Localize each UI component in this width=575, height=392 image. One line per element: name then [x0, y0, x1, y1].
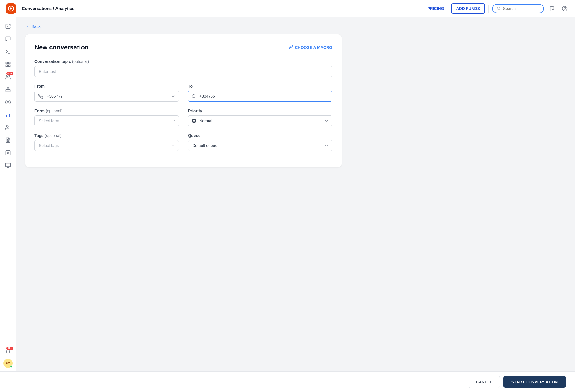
priority-x-icon — [191, 118, 197, 123]
search-box[interactable] — [492, 4, 544, 13]
app-logo — [6, 3, 16, 14]
sidebar-item-queue[interactable]: 99+ — [2, 71, 14, 83]
forms-icon — [5, 61, 11, 67]
choose-macro-button[interactable]: CHOOSE A MACRO — [289, 45, 332, 50]
card-header: New conversation CHOOSE A MACRO — [34, 44, 332, 51]
start-conversation-button[interactable]: START CONVERSATION — [503, 376, 566, 388]
redirect-icon — [5, 24, 11, 29]
chevron-left-icon — [25, 24, 30, 29]
sidebar-item-integrations[interactable] — [2, 96, 14, 108]
form-label: Form (optional) — [34, 109, 179, 113]
svg-rect-26 — [5, 163, 10, 167]
priority-label: Priority — [188, 109, 332, 113]
tags-section: Tags (optional) Select tags — [34, 133, 179, 151]
chat-icon — [5, 36, 11, 42]
svg-rect-9 — [8, 62, 10, 64]
card-title: New conversation — [34, 44, 89, 51]
priority-select[interactable]: Normal High Low Urgent — [188, 115, 332, 126]
topic-section: Conversation topic (optional) — [34, 59, 332, 77]
to-section: To — [188, 84, 332, 102]
to-label: To — [188, 84, 332, 88]
queue-label: Queue — [188, 133, 332, 138]
svg-point-22 — [6, 125, 8, 128]
rules-icon — [5, 150, 11, 156]
form-priority-row: Form (optional) Select form Priority — [34, 109, 332, 126]
sidebar-item-redirect[interactable] — [2, 21, 14, 32]
reports-icon — [5, 137, 11, 143]
rocket-icon — [289, 45, 293, 50]
bottom-bar: CANCEL START CONVERSATION — [0, 371, 575, 392]
sidebar-item-analytics[interactable] — [2, 109, 14, 121]
avatar-status — [10, 365, 12, 368]
notification-badge: 99+ — [6, 347, 13, 350]
priority-section: Priority Normal Hig — [188, 109, 332, 126]
avatar-initials: FC — [6, 362, 10, 365]
from-to-row: From +385777 — [34, 84, 332, 102]
queue-select-wrapper: Default queue Queue 1 Queue 2 — [188, 140, 332, 151]
flag-icon — [549, 6, 555, 11]
sidebar: 99+ — [0, 17, 16, 371]
divider — [488, 5, 489, 13]
form-select-wrapper: Select form — [34, 115, 179, 126]
form-select[interactable]: Select form — [34, 115, 179, 126]
sidebar-item-settings[interactable] — [2, 160, 14, 171]
search-input[interactable] — [503, 6, 539, 11]
analytics-icon — [5, 112, 11, 118]
sidebar-item-rules[interactable] — [2, 147, 14, 159]
sidebar-item-contacts[interactable] — [2, 122, 14, 133]
queue-select[interactable]: Default queue Queue 1 Queue 2 — [188, 140, 332, 151]
contacts-icon — [5, 125, 11, 130]
integrations-icon — [5, 99, 11, 105]
topic-label: Conversation topic (optional) — [34, 59, 332, 64]
svg-point-1 — [10, 7, 12, 9]
new-conversation-card: New conversation CHOOSE A MACRO Conversa… — [25, 34, 342, 167]
sidebar-item-notifications[interactable]: 99+ — [2, 346, 14, 358]
svg-rect-11 — [6, 65, 7, 67]
settings-icon — [5, 163, 11, 168]
top-bar: Conversations / Analytics PRICING ADD FU… — [0, 0, 575, 17]
phone-icon — [38, 94, 43, 99]
sidebar-item-bot[interactable] — [2, 84, 14, 95]
terminal-icon — [5, 49, 11, 55]
sidebar-item-terminal[interactable] — [2, 46, 14, 57]
svg-rect-13 — [6, 89, 10, 92]
topic-input[interactable] — [34, 66, 332, 77]
search-icon — [497, 6, 501, 11]
priority-select-wrapper: Normal High Low Urgent — [188, 115, 332, 126]
top-bar-actions: PRICING ADD FUNDS — [424, 3, 569, 14]
svg-line-30 — [195, 97, 195, 98]
tags-select-wrapper: Select tags — [34, 140, 179, 151]
svg-line-3 — [499, 9, 500, 10]
sidebar-item-chat[interactable] — [2, 33, 14, 45]
form-section-field: Form (optional) Select form — [34, 109, 179, 126]
help-button[interactable] — [560, 4, 569, 13]
svg-rect-10 — [8, 65, 10, 67]
svg-rect-8 — [6, 62, 7, 64]
breadcrumb: Conversations / Analytics — [22, 6, 424, 11]
from-select[interactable]: +385777 — [34, 91, 179, 102]
tags-queue-row: Tags (optional) Select tags Queue — [34, 133, 332, 151]
avatar[interactable]: FC — [3, 359, 13, 368]
from-section: From +385777 — [34, 84, 179, 102]
help-icon — [562, 6, 568, 11]
sidebar-item-forms[interactable] — [2, 59, 14, 70]
to-input-wrapper — [188, 91, 332, 102]
to-search-icon — [191, 94, 196, 99]
content-area: Back New conversation CHOOSE A MACRO Con — [16, 17, 575, 371]
cancel-button[interactable]: CANCEL — [469, 376, 500, 388]
sidebar-item-reports[interactable] — [2, 134, 14, 146]
add-funds-button[interactable]: ADD FUNDS — [451, 3, 485, 14]
pricing-button[interactable]: PRICING — [424, 4, 447, 13]
from-select-wrapper: +385777 — [34, 91, 179, 102]
svg-point-18 — [7, 102, 9, 103]
queue-badge: 99+ — [6, 72, 13, 75]
queue-section: Queue Default queue Queue 1 Queue 2 — [188, 133, 332, 151]
flag-button[interactable] — [547, 4, 557, 13]
bot-icon — [5, 87, 11, 92]
to-input[interactable] — [188, 91, 332, 102]
back-link[interactable]: Back — [25, 24, 566, 29]
tags-select[interactable]: Select tags — [34, 140, 179, 151]
tags-label: Tags (optional) — [34, 133, 179, 138]
from-label: From — [34, 84, 179, 88]
